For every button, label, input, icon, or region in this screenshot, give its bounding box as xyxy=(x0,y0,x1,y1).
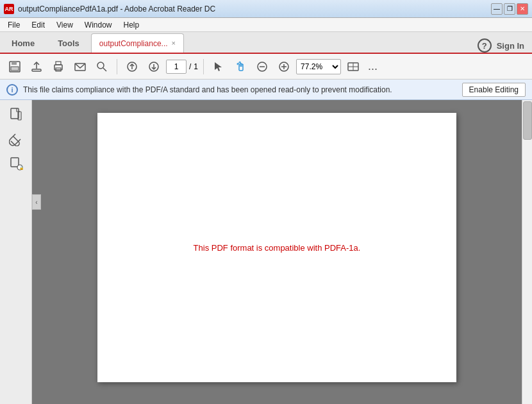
pdf-page: This PDF format is compatible with PDFA-… xyxy=(97,113,456,382)
tab-home[interactable]: Home xyxy=(0,33,46,53)
menu-view[interactable]: View xyxy=(51,19,78,31)
fit-page-icon xyxy=(347,60,360,73)
enable-editing-button[interactable]: Enable Editing xyxy=(462,83,526,97)
prev-page-button[interactable] xyxy=(122,57,142,76)
tab-bar-right: ? Sign In xyxy=(470,38,532,53)
svg-text:🔒: 🔒 xyxy=(19,165,23,171)
separator-2 xyxy=(203,59,204,74)
menu-window[interactable]: Window xyxy=(79,19,117,31)
tab-document[interactable]: outputCompliance... × xyxy=(91,33,184,53)
pdf-content: This PDF format is compatible with PDFA-… xyxy=(194,243,361,253)
minimize-button[interactable]: — xyxy=(491,3,503,15)
upload-button[interactable] xyxy=(27,57,46,76)
hand-tool-button[interactable] xyxy=(231,57,250,76)
select-tool-icon xyxy=(213,61,224,72)
page-total: 1 xyxy=(194,62,198,71)
tab-close-button[interactable]: × xyxy=(172,40,176,47)
toolbar: / 1 77.2% 50% 75% 100% 125% 150% xyxy=(0,54,532,80)
restore-button[interactable]: ❐ xyxy=(504,3,515,15)
menu-file[interactable]: File xyxy=(3,19,25,31)
security-icon: 🔒 xyxy=(9,156,23,171)
help-button[interactable]: ? xyxy=(478,38,492,53)
svg-marker-12 xyxy=(215,62,222,71)
fit-page-button[interactable] xyxy=(344,57,363,76)
separator-1 xyxy=(117,59,117,74)
svg-rect-21 xyxy=(11,108,19,119)
title-bar-left: AR outputCompliancePdfA1a.pdf - Adobe Ac… xyxy=(4,4,215,14)
main-area: 🔒 ‹ This PDF format is compatible with P… xyxy=(0,100,532,404)
tab-document-label: outputCompliance... xyxy=(99,39,168,48)
print-icon xyxy=(52,60,65,73)
zoom-out-icon xyxy=(256,61,268,72)
svg-rect-3 xyxy=(32,69,41,71)
print-button[interactable] xyxy=(49,57,68,76)
vertical-scrollbar[interactable] xyxy=(522,100,532,404)
page-icon xyxy=(9,108,23,122)
info-icon: i xyxy=(6,84,18,96)
next-page-button[interactable] xyxy=(144,57,163,76)
scrollbar-thumb[interactable] xyxy=(523,101,532,140)
tab-bar: Home Tools outputCompliance... × ? Sign … xyxy=(0,32,532,54)
zoom-in-button[interactable] xyxy=(274,57,294,76)
info-bar: i This file claims compliance with the P… xyxy=(0,80,532,100)
window-controls: — ❐ ✕ xyxy=(491,3,528,15)
page-number-input[interactable] xyxy=(166,60,187,74)
window-title: outputCompliancePdfA1a.pdf - Adobe Acrob… xyxy=(18,4,215,13)
svg-point-8 xyxy=(97,62,104,69)
info-message: This file claims compliance with the PDF… xyxy=(23,85,457,94)
left-sidebar: 🔒 xyxy=(0,100,32,404)
sidebar-attachments-icon[interactable] xyxy=(6,130,26,149)
pdf-viewer-area: This PDF format is compatible with PDFA-… xyxy=(32,100,522,404)
email-button[interactable] xyxy=(71,57,90,76)
select-tool-button[interactable] xyxy=(209,57,228,76)
tab-tools[interactable]: Tools xyxy=(46,33,91,53)
svg-line-9 xyxy=(103,68,106,71)
more-tools-button[interactable]: ... xyxy=(365,60,380,73)
menu-bar: File Edit View Window Help xyxy=(0,18,532,32)
sidebar-page-thumbnail-icon[interactable] xyxy=(6,105,26,124)
zoom-in-icon xyxy=(278,61,290,72)
svg-rect-1 xyxy=(12,62,17,65)
hand-tool-icon xyxy=(234,60,247,73)
collapse-panel-button[interactable]: ‹ xyxy=(32,194,41,210)
save-icon xyxy=(8,60,21,73)
close-button[interactable]: ✕ xyxy=(517,3,528,15)
next-page-icon xyxy=(148,61,160,72)
sidebar-security-icon[interactable]: 🔒 xyxy=(6,154,26,173)
app-icon: AR xyxy=(4,4,14,14)
title-bar: AR outputCompliancePdfA1a.pdf - Adobe Ac… xyxy=(0,0,532,18)
zoom-out-button[interactable] xyxy=(253,57,272,76)
search-button[interactable] xyxy=(92,57,112,76)
svg-rect-2 xyxy=(11,67,19,71)
menu-edit[interactable]: Edit xyxy=(26,19,50,31)
svg-rect-23 xyxy=(11,158,19,167)
upload-icon xyxy=(30,60,43,73)
menu-help[interactable]: Help xyxy=(119,19,145,31)
zoom-select[interactable]: 77.2% 50% 75% 100% 125% 150% xyxy=(296,59,341,74)
page-navigation: / 1 xyxy=(166,60,198,74)
email-icon xyxy=(74,60,87,73)
save-button[interactable] xyxy=(5,57,24,76)
page-separator: / xyxy=(189,62,191,71)
attachment-icon xyxy=(9,132,23,146)
sign-in-button[interactable]: Sign In xyxy=(497,41,524,51)
prev-page-icon xyxy=(126,61,138,72)
search-icon xyxy=(96,60,108,73)
